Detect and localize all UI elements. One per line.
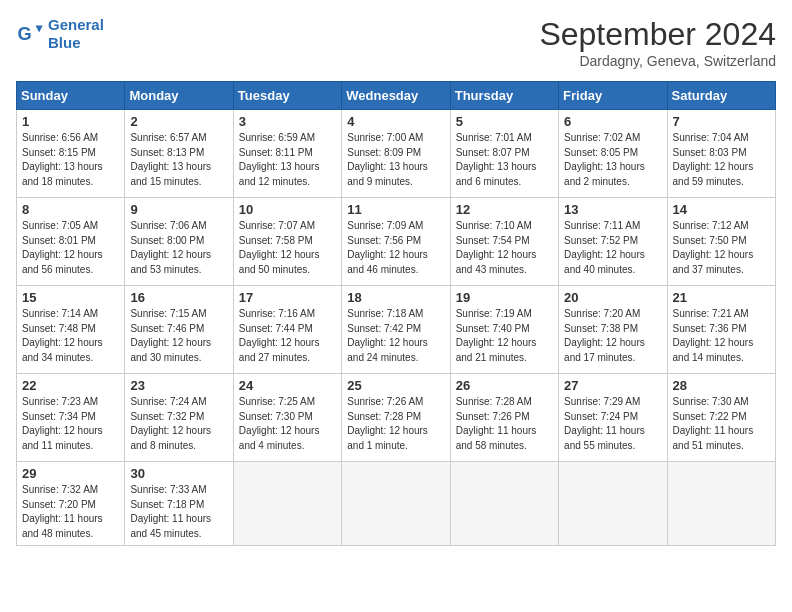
logo-line2: Blue: [48, 34, 81, 51]
day-number: 29: [22, 466, 119, 481]
calendar-day: 20 Sunrise: 7:20 AM Sunset: 7:38 PM Dayl…: [559, 286, 667, 374]
day-number: 17: [239, 290, 336, 305]
svg-marker-1: [36, 26, 43, 33]
calendar-day: [667, 462, 775, 546]
calendar-week-1: 8 Sunrise: 7:05 AM Sunset: 8:01 PM Dayli…: [17, 198, 776, 286]
header-friday: Friday: [559, 82, 667, 110]
day-info: Sunrise: 7:14 AM Sunset: 7:48 PM Dayligh…: [22, 307, 119, 365]
calendar-week-2: 15 Sunrise: 7:14 AM Sunset: 7:48 PM Dayl…: [17, 286, 776, 374]
calendar-day: 23 Sunrise: 7:24 AM Sunset: 7:32 PM Dayl…: [125, 374, 233, 462]
logo-line1: General: [48, 16, 104, 33]
day-info: Sunrise: 7:11 AM Sunset: 7:52 PM Dayligh…: [564, 219, 661, 277]
calendar-day: 9 Sunrise: 7:06 AM Sunset: 8:00 PM Dayli…: [125, 198, 233, 286]
day-number: 18: [347, 290, 444, 305]
header-saturday: Saturday: [667, 82, 775, 110]
day-number: 16: [130, 290, 227, 305]
month-title: September 2024: [539, 16, 776, 53]
day-number: 1: [22, 114, 119, 129]
day-number: 4: [347, 114, 444, 129]
day-number: 12: [456, 202, 553, 217]
header-monday: Monday: [125, 82, 233, 110]
page-header: G General Blue September 2024 Dardagny, …: [16, 16, 776, 69]
calendar-day: 11 Sunrise: 7:09 AM Sunset: 7:56 PM Dayl…: [342, 198, 450, 286]
day-info: Sunrise: 7:00 AM Sunset: 8:09 PM Dayligh…: [347, 131, 444, 189]
logo-text: General Blue: [48, 16, 104, 52]
calendar-day: 27 Sunrise: 7:29 AM Sunset: 7:24 PM Dayl…: [559, 374, 667, 462]
day-number: 6: [564, 114, 661, 129]
day-number: 25: [347, 378, 444, 393]
day-info: Sunrise: 7:02 AM Sunset: 8:05 PM Dayligh…: [564, 131, 661, 189]
day-number: 2: [130, 114, 227, 129]
day-info: Sunrise: 7:05 AM Sunset: 8:01 PM Dayligh…: [22, 219, 119, 277]
day-info: Sunrise: 7:16 AM Sunset: 7:44 PM Dayligh…: [239, 307, 336, 365]
day-number: 10: [239, 202, 336, 217]
day-number: 23: [130, 378, 227, 393]
calendar-day: 22 Sunrise: 7:23 AM Sunset: 7:34 PM Dayl…: [17, 374, 125, 462]
day-number: 7: [673, 114, 770, 129]
calendar-day: 21 Sunrise: 7:21 AM Sunset: 7:36 PM Dayl…: [667, 286, 775, 374]
day-info: Sunrise: 7:10 AM Sunset: 7:54 PM Dayligh…: [456, 219, 553, 277]
header-tuesday: Tuesday: [233, 82, 341, 110]
day-info: Sunrise: 6:56 AM Sunset: 8:15 PM Dayligh…: [22, 131, 119, 189]
calendar-day: [342, 462, 450, 546]
day-number: 19: [456, 290, 553, 305]
calendar-body: 1 Sunrise: 6:56 AM Sunset: 8:15 PM Dayli…: [17, 110, 776, 546]
day-info: Sunrise: 6:57 AM Sunset: 8:13 PM Dayligh…: [130, 131, 227, 189]
day-number: 26: [456, 378, 553, 393]
calendar-day: 15 Sunrise: 7:14 AM Sunset: 7:48 PM Dayl…: [17, 286, 125, 374]
calendar-day: 25 Sunrise: 7:26 AM Sunset: 7:28 PM Dayl…: [342, 374, 450, 462]
calendar-day: 13 Sunrise: 7:11 AM Sunset: 7:52 PM Dayl…: [559, 198, 667, 286]
calendar-day: 10 Sunrise: 7:07 AM Sunset: 7:58 PM Dayl…: [233, 198, 341, 286]
calendar-day: 8 Sunrise: 7:05 AM Sunset: 8:01 PM Dayli…: [17, 198, 125, 286]
location: Dardagny, Geneva, Switzerland: [539, 53, 776, 69]
calendar-day: 5 Sunrise: 7:01 AM Sunset: 8:07 PM Dayli…: [450, 110, 558, 198]
day-number: 24: [239, 378, 336, 393]
calendar-day: 2 Sunrise: 6:57 AM Sunset: 8:13 PM Dayli…: [125, 110, 233, 198]
calendar-week-4: 29 Sunrise: 7:32 AM Sunset: 7:20 PM Dayl…: [17, 462, 776, 546]
day-info: Sunrise: 7:21 AM Sunset: 7:36 PM Dayligh…: [673, 307, 770, 365]
calendar-day: [233, 462, 341, 546]
day-number: 14: [673, 202, 770, 217]
calendar-day: 7 Sunrise: 7:04 AM Sunset: 8:03 PM Dayli…: [667, 110, 775, 198]
calendar-day: 28 Sunrise: 7:30 AM Sunset: 7:22 PM Dayl…: [667, 374, 775, 462]
calendar-day: 4 Sunrise: 7:00 AM Sunset: 8:09 PM Dayli…: [342, 110, 450, 198]
calendar-day: 1 Sunrise: 6:56 AM Sunset: 8:15 PM Dayli…: [17, 110, 125, 198]
day-number: 28: [673, 378, 770, 393]
calendar-day: 16 Sunrise: 7:15 AM Sunset: 7:46 PM Dayl…: [125, 286, 233, 374]
svg-text:G: G: [17, 24, 31, 44]
day-number: 3: [239, 114, 336, 129]
day-number: 21: [673, 290, 770, 305]
calendar-day: 30 Sunrise: 7:33 AM Sunset: 7:18 PM Dayl…: [125, 462, 233, 546]
day-number: 5: [456, 114, 553, 129]
calendar-day: 12 Sunrise: 7:10 AM Sunset: 7:54 PM Dayl…: [450, 198, 558, 286]
calendar-week-3: 22 Sunrise: 7:23 AM Sunset: 7:34 PM Dayl…: [17, 374, 776, 462]
day-info: Sunrise: 7:18 AM Sunset: 7:42 PM Dayligh…: [347, 307, 444, 365]
day-info: Sunrise: 7:19 AM Sunset: 7:40 PM Dayligh…: [456, 307, 553, 365]
logo: G General Blue: [16, 16, 104, 52]
day-info: Sunrise: 7:24 AM Sunset: 7:32 PM Dayligh…: [130, 395, 227, 453]
calendar-day: 18 Sunrise: 7:18 AM Sunset: 7:42 PM Dayl…: [342, 286, 450, 374]
calendar-day: 14 Sunrise: 7:12 AM Sunset: 7:50 PM Dayl…: [667, 198, 775, 286]
day-info: Sunrise: 7:32 AM Sunset: 7:20 PM Dayligh…: [22, 483, 119, 541]
day-number: 22: [22, 378, 119, 393]
day-number: 20: [564, 290, 661, 305]
day-number: 11: [347, 202, 444, 217]
day-info: Sunrise: 7:26 AM Sunset: 7:28 PM Dayligh…: [347, 395, 444, 453]
calendar-week-0: 1 Sunrise: 6:56 AM Sunset: 8:15 PM Dayli…: [17, 110, 776, 198]
title-block: September 2024 Dardagny, Geneva, Switzer…: [539, 16, 776, 69]
header-thursday: Thursday: [450, 82, 558, 110]
calendar-day: 6 Sunrise: 7:02 AM Sunset: 8:05 PM Dayli…: [559, 110, 667, 198]
day-info: Sunrise: 7:12 AM Sunset: 7:50 PM Dayligh…: [673, 219, 770, 277]
calendar-day: 29 Sunrise: 7:32 AM Sunset: 7:20 PM Dayl…: [17, 462, 125, 546]
day-info: Sunrise: 7:01 AM Sunset: 8:07 PM Dayligh…: [456, 131, 553, 189]
day-info: Sunrise: 7:29 AM Sunset: 7:24 PM Dayligh…: [564, 395, 661, 453]
calendar-day: [450, 462, 558, 546]
day-info: Sunrise: 7:25 AM Sunset: 7:30 PM Dayligh…: [239, 395, 336, 453]
header-sunday: Sunday: [17, 82, 125, 110]
day-info: Sunrise: 7:15 AM Sunset: 7:46 PM Dayligh…: [130, 307, 227, 365]
day-number: 13: [564, 202, 661, 217]
day-number: 9: [130, 202, 227, 217]
header-wednesday: Wednesday: [342, 82, 450, 110]
day-info: Sunrise: 7:07 AM Sunset: 7:58 PM Dayligh…: [239, 219, 336, 277]
logo-icon: G: [16, 20, 44, 48]
